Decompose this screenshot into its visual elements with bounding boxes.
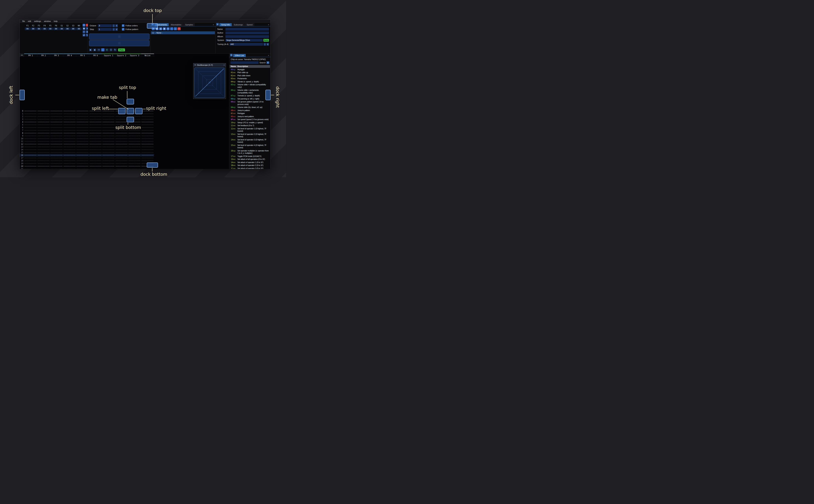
pattern-cell[interactable]: [37, 165, 50, 168]
pattern-cell[interactable]: [141, 146, 154, 148]
pattern-cell[interactable]: [63, 157, 76, 159]
pattern-cell[interactable]: [24, 154, 37, 157]
pattern-cell[interactable]: [37, 115, 50, 118]
pattern-cell[interactable]: [76, 118, 89, 121]
pattern-cell[interactable]: [102, 121, 115, 123]
pattern-cell[interactable]: [102, 140, 115, 143]
pattern-cell[interactable]: [50, 143, 63, 146]
channel-header-noise[interactable]: Noise: [141, 54, 154, 57]
menu-item-file[interactable]: file: [21, 20, 26, 23]
instrument-list-item-none[interactable]: - None -: [151, 31, 215, 34]
pattern-cell[interactable]: [24, 148, 37, 151]
pattern-cell[interactable]: [89, 134, 102, 137]
piano-upper-row[interactable]: [89, 34, 149, 40]
pattern-cell[interactable]: [50, 157, 63, 159]
pattern-cell[interactable]: [76, 143, 89, 146]
pattern-cell[interactable]: [89, 121, 102, 123]
menu-item-edit[interactable]: edit: [26, 20, 33, 23]
pattern-cell[interactable]: [50, 168, 63, 169]
pattern-cell[interactable]: [76, 132, 89, 134]
pattern-cell[interactable]: [76, 159, 89, 162]
pattern-cell[interactable]: [115, 137, 128, 140]
menu-item-settings[interactable]: settings: [33, 20, 43, 23]
pattern-cell[interactable]: [115, 118, 128, 121]
pattern-cell[interactable]: [141, 115, 154, 118]
pattern-cell[interactable]: [63, 115, 76, 118]
dock-target-top[interactable]: [147, 23, 158, 29]
pattern-cell[interactable]: [102, 134, 115, 137]
piano-preview[interactable]: [89, 34, 149, 47]
instruments-close-button[interactable]: ×: [212, 23, 215, 26]
pattern-cell[interactable]: [24, 118, 37, 121]
pattern-cell[interactable]: [63, 148, 76, 151]
follow-pattern-checkbox[interactable]: ✓: [122, 28, 124, 31]
pattern-cell[interactable]: [63, 112, 76, 115]
pattern-cell[interactable]: [76, 168, 89, 169]
pattern-cell[interactable]: [89, 140, 102, 143]
pattern-cell[interactable]: [89, 162, 102, 165]
pattern-cell[interactable]: [37, 157, 50, 159]
pattern-cell[interactable]: [128, 146, 141, 148]
record-icon[interactable]: ●: [105, 48, 109, 51]
pattern-cell[interactable]: [76, 154, 89, 157]
oscilloscope-titlebar[interactable]: ▼ Oscilloscope (X-Y) ×: [193, 63, 226, 67]
pattern-cell[interactable]: [76, 140, 89, 143]
split-target-right[interactable]: [135, 108, 142, 114]
tab-song-info[interactable]: Song Info: [219, 23, 232, 26]
pattern-cell[interactable]: [128, 162, 141, 165]
pattern-cell[interactable]: [89, 112, 102, 115]
open-instrument-button[interactable]: ▤: [159, 27, 162, 30]
pattern-cell[interactable]: [24, 115, 37, 118]
pattern-cell[interactable]: [141, 123, 154, 126]
pattern-cell[interactable]: [102, 137, 115, 140]
pattern-cell[interactable]: [37, 132, 50, 134]
octave-input[interactable]: 3: [98, 24, 112, 27]
pattern-cell[interactable]: [63, 129, 76, 132]
pattern-cell[interactable]: [141, 140, 154, 143]
pattern-cell[interactable]: [50, 118, 63, 121]
pattern-cell[interactable]: [141, 148, 154, 151]
pattern-cell[interactable]: [76, 162, 89, 165]
duplicate-icon[interactable]: ▣: [83, 27, 85, 30]
play-row-icon[interactable]: ↦: [97, 48, 100, 51]
pattern-cell[interactable]: [76, 121, 89, 123]
pattern-cell[interactable]: [50, 165, 63, 168]
repeat-icon[interactable]: ↻: [113, 48, 117, 51]
pattern-cell[interactable]: [102, 157, 115, 159]
pattern-cell[interactable]: [102, 154, 115, 157]
pattern-cell[interactable]: [115, 115, 128, 118]
pattern-cell[interactable]: [37, 162, 50, 165]
step-down-icon[interactable]: ↓: [101, 48, 104, 51]
pattern-cell[interactable]: [24, 151, 37, 154]
organize-instruments-button[interactable]: ⋔: [166, 27, 170, 30]
pattern-cell[interactable]: [63, 143, 76, 146]
pattern-cell[interactable]: [141, 129, 154, 132]
octave-increment-button[interactable]: +: [115, 24, 118, 27]
save-instrument-button[interactable]: ▦: [163, 27, 166, 30]
pattern-cell[interactable]: [63, 151, 76, 154]
pattern-cell[interactable]: [50, 146, 63, 148]
pattern-cell[interactable]: [89, 137, 102, 140]
pattern-cell[interactable]: [37, 151, 50, 154]
pattern-cell[interactable]: [24, 134, 37, 137]
pattern-cell[interactable]: [102, 151, 115, 154]
make-tab-target[interactable]: [127, 108, 134, 114]
effect-list-menu-icon[interactable]: ≡: [266, 61, 269, 64]
tab-wavetables[interactable]: Wavetables: [169, 23, 183, 26]
pattern-cell[interactable]: [128, 157, 141, 159]
pattern-cell[interactable]: [63, 165, 76, 168]
pattern-cell[interactable]: [141, 121, 154, 123]
song-menu-icon[interactable]: ▾: [216, 23, 219, 26]
pattern-cell[interactable]: [76, 134, 89, 137]
effect-menu-icon[interactable]: ▾: [230, 54, 233, 56]
play-icon[interactable]: ▶: [89, 48, 92, 51]
pattern-cell[interactable]: [115, 140, 128, 143]
pattern-cell[interactable]: [50, 115, 63, 118]
move-up-button[interactable]: ↑: [170, 27, 173, 30]
pattern-cell[interactable]: [89, 123, 102, 126]
pattern-cell[interactable]: [89, 148, 102, 151]
pattern-cell[interactable]: [50, 123, 63, 126]
dock-target-left[interactable]: [20, 90, 25, 100]
split-target-top[interactable]: [127, 99, 134, 104]
pattern-cell[interactable]: [50, 126, 63, 129]
